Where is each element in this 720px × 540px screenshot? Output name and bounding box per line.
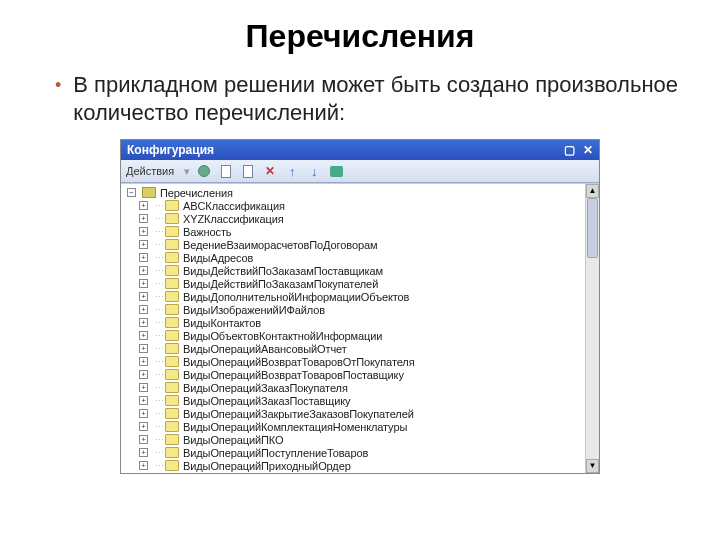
enum-icon — [165, 252, 179, 263]
tree-item[interactable]: +⋯ВидыОперацийКомплектацияНоменклатуры — [121, 420, 585, 433]
tree-item-label: ВидыАдресов — [183, 251, 253, 265]
tree-item[interactable]: +⋯ВидыОперацийЗаказПокупателя — [121, 381, 585, 394]
expand-icon[interactable]: + — [139, 370, 148, 379]
tree-item-label: ВидыОперацийВозвратТоваровПоставщику — [183, 368, 404, 382]
tree-connector-icon: ⋯ — [154, 446, 165, 460]
tree-item[interactable]: +⋯ВидыДополнительнойИнформацииОбъектов — [121, 290, 585, 303]
tree-item[interactable]: +⋯ВидыДействийПоЗаказамПокупателей — [121, 277, 585, 290]
tree-connector-icon: ⋯ — [154, 225, 165, 239]
tree-connector-icon: ⋯ — [154, 238, 165, 252]
tree-item[interactable]: +⋯ВидыОперацийПриходныйОрдер — [121, 459, 585, 472]
move-up-icon[interactable]: ↑ — [284, 163, 300, 179]
expand-icon[interactable]: + — [139, 227, 148, 236]
expand-icon[interactable]: + — [139, 396, 148, 405]
sort-icon[interactable] — [328, 163, 344, 179]
tree-item[interactable]: +⋯ВедениеВзаиморасчетовПоДоговорам — [121, 238, 585, 251]
new-item-icon[interactable] — [218, 163, 234, 179]
tree-connector-icon: ⋯ — [154, 212, 165, 226]
add-icon[interactable] — [196, 163, 212, 179]
move-down-icon[interactable]: ↓ — [306, 163, 322, 179]
enum-icon — [165, 226, 179, 237]
tree-item[interactable]: +⋯Важность — [121, 225, 585, 238]
enum-icon — [165, 434, 179, 445]
vertical-scrollbar[interactable]: ▲ ▼ — [585, 184, 599, 473]
tree-item[interactable]: +⋯ВидыОперацийЗакрытиеЗаказовПокупателей — [121, 407, 585, 420]
expand-icon[interactable]: + — [139, 331, 148, 340]
tree-connector-icon: ⋯ — [154, 407, 165, 421]
expand-icon[interactable]: + — [139, 461, 148, 470]
tree-item[interactable]: +⋯ВидыОперацийЗаказПоставщику — [121, 394, 585, 407]
actions-menu[interactable]: Действия — [126, 165, 174, 177]
expand-icon[interactable]: + — [139, 435, 148, 444]
slide-title: Перечисления — [0, 0, 720, 67]
expand-icon[interactable]: + — [139, 266, 148, 275]
config-window: Конфигурация ▢ ✕ Действия ▾ ✕ ↑ ↓ −Переч… — [120, 139, 600, 474]
tree-item[interactable]: +⋯ВидыОперацийВозвратТоваровПоставщику — [121, 368, 585, 381]
tree-item[interactable]: +⋯ВидыОперацийВозвратТоваровОтПокупателя — [121, 355, 585, 368]
tree-connector-icon: ⋯ — [154, 329, 165, 343]
enum-icon — [165, 395, 179, 406]
tree-item[interactable]: +⋯ВидыИзображенийИФайлов — [121, 303, 585, 316]
tree-item[interactable]: +⋯ВидыОперацийАвансовыйОтчет — [121, 342, 585, 355]
tree-connector-icon: ⋯ — [154, 433, 165, 447]
tree-item-label: ВидыОперацийПоступлениеТоваров — [183, 446, 368, 460]
tree-root[interactable]: −Перечисления — [121, 186, 585, 199]
scroll-thumb[interactable] — [587, 198, 598, 258]
enum-root-icon — [142, 187, 156, 198]
enum-icon — [165, 304, 179, 315]
tree-item[interactable]: +⋯XYZКлассификация — [121, 212, 585, 225]
enum-icon — [165, 330, 179, 341]
expand-icon[interactable]: + — [139, 292, 148, 301]
tree-item[interactable]: +⋯ВидыОперацийПоступлениеТоваров — [121, 446, 585, 459]
collapse-icon[interactable]: − — [127, 188, 136, 197]
tree-item-label: ВидыОперацийАвансовыйОтчет — [183, 342, 347, 356]
enum-icon — [165, 460, 179, 471]
expand-icon[interactable]: + — [139, 383, 148, 392]
expand-icon[interactable]: + — [139, 409, 148, 418]
tree-connector-icon: ⋯ — [154, 368, 165, 382]
expand-icon[interactable]: + — [139, 448, 148, 457]
tree-item-label: ВидыОбъектовКонтактнойИнформации — [183, 329, 382, 343]
expand-icon[interactable]: + — [139, 214, 148, 223]
expand-icon[interactable]: + — [139, 201, 148, 210]
tree-item[interactable]: +⋯ABCКлассификация — [121, 199, 585, 212]
tree-item-label: ABCКлассификация — [183, 199, 285, 213]
enum-icon — [165, 356, 179, 367]
expand-icon[interactable]: + — [139, 240, 148, 249]
slide-bullet: • В прикладном решении может быть создан… — [0, 67, 720, 135]
scroll-down-icon[interactable]: ▼ — [586, 459, 599, 473]
scroll-up-icon[interactable]: ▲ — [586, 184, 599, 198]
tree-connector-icon: ⋯ — [154, 420, 165, 434]
tree-item[interactable]: +⋯ВидыДействийПоЗаказамПоставщикам — [121, 264, 585, 277]
expand-icon[interactable]: + — [139, 318, 148, 327]
tree-item[interactable]: +⋯ВидыОперацийПКО — [121, 433, 585, 446]
expand-icon[interactable]: + — [139, 357, 148, 366]
tree-item[interactable]: +⋯ВидыОбъектовКонтактнойИнформации — [121, 329, 585, 342]
tree-item-label: ВидыДополнительнойИнформацииОбъектов — [183, 290, 409, 304]
edit-icon[interactable] — [240, 163, 256, 179]
window-titlebar: Конфигурация ▢ ✕ — [121, 140, 599, 160]
tree-connector-icon: ⋯ — [154, 264, 165, 278]
tree-item-label: Важность — [183, 225, 231, 239]
tree-item[interactable]: +⋯ВидыКонтактов — [121, 316, 585, 329]
bullet-icon: • — [55, 71, 61, 99]
close-icon[interactable]: ✕ — [583, 143, 593, 157]
enum-icon — [165, 317, 179, 328]
tree-connector-icon: ⋯ — [154, 342, 165, 356]
expand-icon[interactable]: + — [139, 253, 148, 262]
enum-icon — [165, 200, 179, 211]
scroll-track[interactable] — [586, 198, 599, 459]
tree-item-label: ВидыКонтактов — [183, 316, 261, 330]
delete-icon[interactable]: ✕ — [262, 163, 278, 179]
expand-icon[interactable]: + — [139, 279, 148, 288]
tree-item-label: ВидыОперацийЗаказПоставщику — [183, 394, 350, 408]
tree-item-label: ВидыОперацийПКО — [183, 433, 284, 447]
tree-connector-icon: ⋯ — [154, 251, 165, 265]
tree-item[interactable]: +⋯ВидыАдресов — [121, 251, 585, 264]
pin-icon[interactable]: ▢ — [564, 143, 575, 157]
enum-icon — [165, 408, 179, 419]
tree-connector-icon: ⋯ — [154, 459, 165, 473]
expand-icon[interactable]: + — [139, 422, 148, 431]
expand-icon[interactable]: + — [139, 344, 148, 353]
expand-icon[interactable]: + — [139, 305, 148, 314]
